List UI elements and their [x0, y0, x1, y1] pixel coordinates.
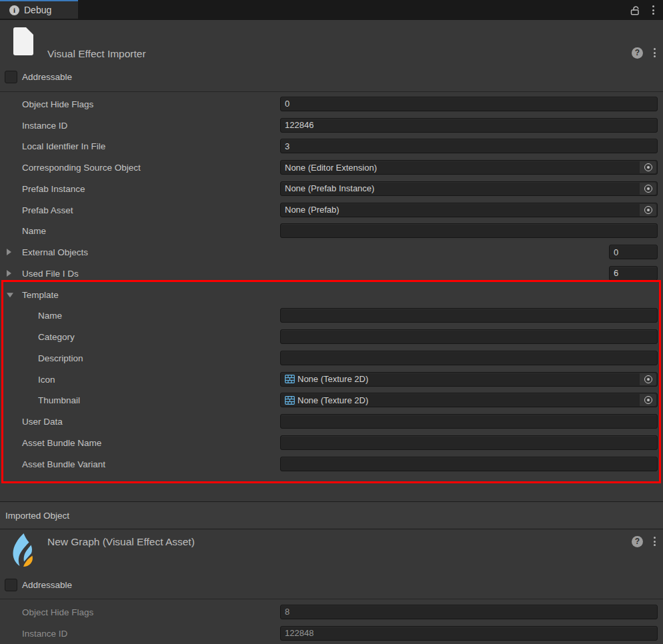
- object-picker-circle: [644, 185, 652, 193]
- field-value: 0: [285, 99, 289, 109]
- kebab-menu-icon[interactable]: [652, 46, 658, 59]
- imported-object-label: Imported Object: [0, 511, 69, 521]
- property-label: Object Hide Flags: [22, 99, 93, 109]
- property-row: Prefab AssetNone (Prefab): [0, 199, 663, 221]
- object-field[interactable]: None (Texture 2D): [280, 393, 658, 407]
- property-row: Used File I Ds6: [0, 263, 663, 284]
- addressable-checkbox[interactable]: [5, 579, 17, 591]
- text-field[interactable]: 8: [280, 605, 658, 619]
- text-field[interactable]: 3: [280, 139, 658, 153]
- text-field[interactable]: [280, 414, 658, 429]
- property-label: Used File I Ds: [22, 268, 79, 278]
- field-value: None (Texture 2D): [297, 374, 368, 384]
- text-field[interactable]: 6: [609, 266, 658, 281]
- property-row: Template: [0, 284, 663, 305]
- importer-title: Visual Effect Importer: [47, 47, 146, 61]
- tab-bar: i Debug: [0, 0, 663, 20]
- text-field[interactable]: [280, 457, 658, 471]
- object-picker-circle: [644, 206, 652, 214]
- foldout-closed-icon[interactable]: [7, 249, 11, 255]
- help-icon[interactable]: ?: [632, 536, 643, 547]
- property-label: Prefab Asset: [22, 205, 73, 215]
- property-row: Prefab InstanceNone (Prefab Instance): [0, 178, 663, 199]
- property-row: Corresponding Source ObjectNone (Editor …: [0, 157, 663, 178]
- field-value: 8: [285, 607, 289, 617]
- text-field[interactable]: 122848: [280, 626, 658, 641]
- property-label: Asset Bundle Name: [22, 437, 101, 447]
- property-label: Category: [38, 332, 75, 342]
- object-field[interactable]: None (Texture 2D): [280, 372, 658, 387]
- field-value: 3: [285, 141, 289, 151]
- importer-pane: Visual Effect Importer ? Addressable Obj…: [0, 20, 663, 501]
- property-label: Instance ID: [22, 628, 67, 638]
- text-field[interactable]: 122846: [280, 118, 658, 133]
- vfx-asset-icon: [11, 533, 35, 567]
- property-label: Thumbnail: [38, 395, 80, 405]
- kebab-menu-icon[interactable]: [652, 535, 658, 548]
- property-row: Asset Bundle Name: [0, 432, 663, 453]
- property-label: Corresponding Source Object: [22, 163, 141, 173]
- field-value: 0: [614, 247, 618, 257]
- object-picker-icon[interactable]: [640, 204, 656, 216]
- object-picker-icon[interactable]: [640, 373, 656, 385]
- kebab-menu-icon[interactable]: [650, 3, 656, 17]
- property-row: ThumbnailNone (Texture 2D): [0, 390, 663, 411]
- addressable-label: Addressable: [22, 580, 72, 590]
- property-row: Category: [0, 326, 663, 347]
- text-field[interactable]: [280, 223, 658, 238]
- property-label: Template: [22, 289, 59, 299]
- property-row: Asset Bundle Variant: [0, 453, 663, 475]
- property-row: IconNone (Texture 2D): [0, 369, 663, 390]
- texture-2d-icon: [285, 396, 295, 405]
- lock-icon[interactable]: [630, 5, 641, 16]
- property-row: Object Hide Flags0: [0, 93, 663, 115]
- addressable-label: Addressable: [22, 72, 72, 82]
- field-value: None (Prefab): [285, 205, 340, 215]
- property-label: Instance ID: [22, 120, 67, 130]
- object-picker-icon[interactable]: [640, 183, 656, 195]
- object-field[interactable]: None (Prefab Instance): [280, 181, 658, 196]
- tab-debug[interactable]: i Debug: [0, 0, 78, 19]
- property-row: Instance ID122846: [0, 115, 663, 136]
- property-row: User Data: [0, 411, 663, 432]
- asset-title: New Graph (Visual Effect Asset): [47, 535, 195, 549]
- text-field[interactable]: 0: [280, 97, 658, 111]
- property-label: Icon: [38, 374, 55, 384]
- property-label: User Data: [22, 417, 63, 427]
- file-icon: [13, 27, 33, 55]
- separator: [0, 91, 663, 92]
- foldout-closed-icon[interactable]: [7, 270, 11, 277]
- property-label: External Objects: [22, 247, 88, 257]
- text-field[interactable]: [280, 329, 658, 344]
- property-row: Instance ID122848: [0, 623, 663, 644]
- object-picker-icon[interactable]: [640, 394, 656, 406]
- object-picker-icon[interactable]: [640, 161, 656, 173]
- property-row: External Objects0: [0, 241, 663, 263]
- info-icon: i: [9, 5, 19, 15]
- field-value: None (Prefab Instance): [285, 183, 374, 193]
- object-picker-circle: [644, 396, 652, 404]
- property-label: Local Identfier In File: [22, 141, 105, 151]
- property-label: Description: [38, 353, 83, 363]
- property-label: Name: [38, 311, 62, 321]
- tab-label: Debug: [24, 5, 51, 15]
- imported-object-band: Imported Object: [0, 501, 663, 529]
- text-field[interactable]: 0: [609, 245, 658, 259]
- field-value: None (Editor Extension): [285, 163, 377, 173]
- object-field[interactable]: None (Editor Extension): [280, 160, 658, 175]
- field-value: 122846: [285, 120, 313, 130]
- object-picker-circle: [644, 375, 652, 383]
- property-row: Local Identfier In File3: [0, 136, 663, 157]
- property-row: Name: [0, 221, 663, 242]
- property-label: Name: [22, 226, 46, 236]
- property-row: Name: [0, 305, 663, 327]
- property-label: Asset Bundle Variant: [22, 459, 105, 469]
- addressable-checkbox[interactable]: [5, 71, 17, 83]
- text-field[interactable]: [280, 308, 658, 323]
- property-label: Object Hide Flags: [22, 607, 93, 617]
- help-icon[interactable]: ?: [632, 47, 643, 59]
- foldout-open-icon[interactable]: [7, 293, 13, 297]
- text-field[interactable]: [280, 435, 658, 450]
- object-field[interactable]: None (Prefab): [280, 203, 658, 217]
- text-field[interactable]: [280, 351, 658, 365]
